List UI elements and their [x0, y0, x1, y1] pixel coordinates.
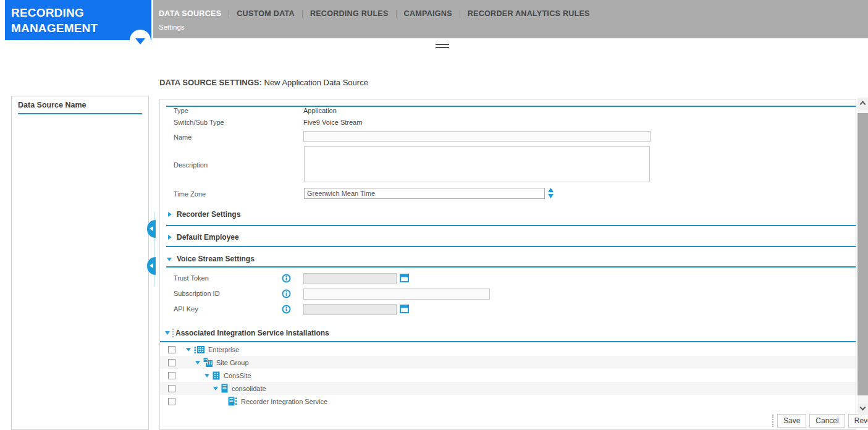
tab-data-sources[interactable]: DATA SOURCES [159, 9, 221, 18]
tree-row-conssite[interactable]: ConsSite [160, 369, 856, 382]
tree-row-site-group[interactable]: Site Group [160, 356, 856, 369]
tab-separator [396, 10, 397, 18]
tree-checkbox[interactable] [168, 398, 175, 405]
app-title: RECORDING MANAGEMENT [11, 5, 98, 36]
tree-node-label: Recorder Integration Service [241, 398, 327, 405]
switch-sub-type-value: Five9 Voice Stream [303, 119, 362, 126]
vertical-scrollbar[interactable] [857, 98, 868, 415]
app-title-line2: MANAGEMENT [11, 20, 98, 36]
info-icon[interactable] [282, 305, 291, 314]
tree-checkbox[interactable] [168, 346, 175, 353]
data-source-form: Type Application Switch/Sub Type Five9 V… [159, 99, 856, 430]
chevron-down-icon [165, 331, 170, 335]
data-source-name-header: Data Source Name [18, 101, 142, 114]
tree-checkbox[interactable] [168, 385, 175, 392]
integration-service-icon [228, 397, 237, 406]
cancel-button[interactable]: Cancel [809, 414, 845, 428]
info-icon[interactable] [282, 289, 291, 298]
chevron-down-icon[interactable] [195, 361, 200, 365]
nav-collapse-grip[interactable] [436, 44, 449, 50]
tree-row-recorder-integration-service[interactable]: Recorder Integration Service [160, 395, 856, 408]
chevron-down-icon[interactable] [213, 387, 218, 390]
page-title-value: New Application Data Source [264, 78, 368, 87]
tree-node-label: Site Group [216, 359, 249, 366]
name-label: Name [174, 133, 192, 141]
description-label: Description [174, 161, 208, 169]
section-rule [166, 225, 856, 226]
drag-grip-icon [172, 329, 174, 337]
tab-recording-rules[interactable]: RECORDING RULES [310, 9, 389, 18]
data-source-list-panel: Data Source Name [11, 96, 149, 430]
page-title: DATA SOURCE SETTINGS: New Application Da… [159, 78, 368, 87]
revert-button[interactable]: Revert [848, 414, 868, 428]
footer-actions: Save Cancel Revert [772, 414, 868, 428]
type-label: Type [174, 107, 188, 114]
section-voice-stream-settings[interactable]: Voice Stream Settings [160, 255, 856, 264]
tree-checkbox[interactable] [168, 359, 175, 366]
tree-row-consolidate[interactable]: consolidate [160, 382, 856, 395]
integration-service-tree: Enterprise Site [160, 343, 856, 408]
chevron-down-icon[interactable] [204, 374, 209, 377]
api-key-input[interactable] [303, 304, 397, 315]
section-label: Default Employee [177, 233, 239, 242]
section-recorder-settings[interactable]: Recorder Settings [160, 210, 856, 220]
section-rule [166, 246, 856, 247]
section-label: Associated Integration Service Installat… [175, 329, 329, 337]
site-group-icon [203, 358, 213, 367]
tree-node-label: Enterprise [208, 346, 239, 353]
time-zone-value: Greenwich Mean Time [307, 190, 375, 197]
section-rule [166, 266, 856, 268]
app-title-line1: RECORDING [11, 5, 98, 20]
recording-management-window: RECORDING MANAGEMENT DATA SOURCES CUSTOM… [0, 0, 868, 430]
chevron-left-icon [150, 263, 153, 268]
chevron-right-icon [168, 235, 172, 240]
nav-tabs: DATA SOURCES CUSTOM DATA RECORDING RULES… [159, 9, 590, 18]
section-label: Voice Stream Settings [177, 255, 255, 263]
section-default-employee[interactable]: Default Employee [160, 233, 856, 243]
main-nav-bar: DATA SOURCES CUSTOM DATA RECORDING RULES… [153, 0, 868, 38]
chevron-right-icon [168, 212, 172, 217]
api-key-label: API Key [174, 305, 198, 313]
time-zone-spinner-icon[interactable] [547, 187, 554, 199]
info-icon[interactable] [282, 274, 291, 283]
sub-nav-settings[interactable]: Settings [159, 23, 185, 31]
tree-checkbox[interactable] [168, 372, 175, 379]
save-button[interactable]: Save [777, 414, 806, 428]
time-zone-select[interactable]: Greenwich Mean Time [304, 188, 545, 199]
open-window-icon[interactable] [400, 274, 409, 282]
tree-node-label: ConsSite [224, 372, 251, 379]
header-collapse-button[interactable] [130, 30, 151, 51]
chevron-down-icon [135, 38, 145, 44]
chevron-down-icon [167, 258, 172, 261]
section-label: Recorder Settings [177, 210, 240, 219]
type-value: Application [303, 107, 337, 114]
name-input[interactable] [303, 131, 651, 142]
trust-token-input[interactable] [303, 273, 397, 284]
tab-custom-data[interactable]: CUSTOM DATA [237, 9, 295, 18]
tree-row-enterprise[interactable]: Enterprise [160, 343, 856, 356]
subscription-id-input[interactable] [303, 289, 490, 300]
server-icon [221, 384, 228, 393]
section-rule [160, 341, 856, 342]
tab-recorder-analytics-rules[interactable]: RECORDER ANALYTICS RULES [468, 9, 590, 18]
scroll-down-button[interactable] [857, 403, 868, 415]
switch-sub-type-label: Switch/Sub Type [174, 119, 224, 126]
section-associated-integration-service-installations[interactable]: Associated Integration Service Installat… [160, 329, 856, 338]
chevron-up-icon [860, 101, 866, 108]
enterprise-icon [194, 345, 204, 354]
subscription-id-label: Subscription ID [174, 290, 220, 297]
time-zone-label: Time Zone [174, 190, 206, 198]
chevron-down-icon [860, 405, 866, 411]
scrollbar-thumb[interactable] [857, 113, 868, 395]
page-title-label: DATA SOURCE SETTINGS: [159, 78, 262, 87]
description-input[interactable] [304, 146, 650, 182]
scroll-up-button[interactable] [857, 98, 868, 109]
tab-campaigns[interactable]: CAMPAIGNS [404, 9, 452, 18]
trust-token-label: Trust Token [174, 274, 209, 282]
chevron-down-icon[interactable] [186, 348, 191, 352]
drag-grip-icon [772, 415, 773, 427]
tree-node-label: consolidate [232, 385, 266, 392]
chevron-left-icon [150, 226, 153, 231]
tab-separator [460, 10, 460, 18]
open-window-icon[interactable] [400, 305, 409, 313]
